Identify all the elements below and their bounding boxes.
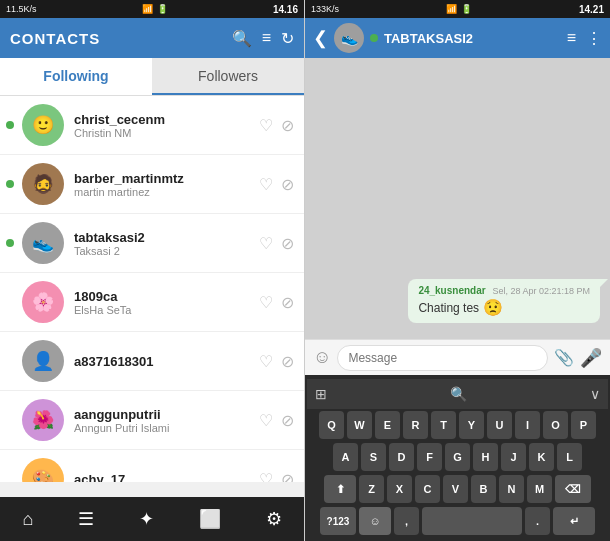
battery-icon: 🔋 xyxy=(157,4,168,14)
kb-key[interactable]: C xyxy=(415,475,440,503)
kb-key[interactable]: R xyxy=(403,411,428,439)
contact-info: achy_17 xyxy=(74,472,259,483)
online-dot xyxy=(6,239,14,247)
num-key[interactable]: ?123 xyxy=(320,507,356,535)
contact-avatar: 🙂 xyxy=(22,104,64,146)
bubble-message: Chating tes 😟 xyxy=(418,298,590,317)
contact-item[interactable]: 🌺 aanggunputrii Anngun Putri Islami ♡ ⊘ xyxy=(0,391,304,450)
refresh-icon[interactable]: ↻ xyxy=(281,29,294,48)
nav-home[interactable]: ⌂ xyxy=(12,504,43,535)
search-icon[interactable]: 🔍 xyxy=(232,29,252,48)
kb-key[interactable]: M xyxy=(527,475,552,503)
nav-menu[interactable]: ☰ xyxy=(68,503,104,535)
emoji-key[interactable]: ☺ xyxy=(359,507,391,535)
heart-icon[interactable]: ♡ xyxy=(259,234,273,253)
kb-key[interactable]: U xyxy=(487,411,512,439)
contact-info: 1809ca ElsHa SeTa xyxy=(74,289,259,316)
tab-following[interactable]: Following xyxy=(0,58,152,95)
signal-icon-right: 📶 xyxy=(446,4,457,14)
kb-key[interactable]: I xyxy=(515,411,540,439)
enter-key[interactable]: ↵ xyxy=(553,507,595,535)
contact-item[interactable]: 🙂 christ_cecenm Christin NM ♡ ⊘ xyxy=(0,96,304,155)
contact-item[interactable]: 👤 a8371618301 ♡ ⊘ xyxy=(0,332,304,391)
contact-info: aanggunputrii Anngun Putri Islami xyxy=(74,407,259,434)
chat-username: TABTAKSASI2 xyxy=(384,31,561,46)
kb-grid-icon[interactable]: ⊞ xyxy=(315,386,327,402)
menu-icon[interactable]: ≡ xyxy=(262,29,271,47)
comma-key[interactable]: , xyxy=(394,507,419,535)
contact-fullname: Taksasi 2 xyxy=(74,245,259,257)
kb-key[interactable]: B xyxy=(471,475,496,503)
heart-icon[interactable]: ♡ xyxy=(259,411,273,430)
block-icon[interactable]: ⊘ xyxy=(281,116,294,135)
contact-item[interactable]: 🧔 barber_martinmtz martin martinez ♡ ⊘ xyxy=(0,155,304,214)
block-icon[interactable]: ⊘ xyxy=(281,352,294,371)
kb-key[interactable]: E xyxy=(375,411,400,439)
attach-button[interactable]: 📎 xyxy=(554,348,574,367)
kb-key[interactable]: Z xyxy=(359,475,384,503)
heart-icon[interactable]: ♡ xyxy=(259,293,273,312)
block-icon[interactable]: ⊘ xyxy=(281,234,294,253)
kb-key[interactable]: N xyxy=(499,475,524,503)
block-icon[interactable]: ⊘ xyxy=(281,411,294,430)
contact-username: a8371618301 xyxy=(74,354,259,369)
contact-info: christ_cecenm Christin NM xyxy=(74,112,259,139)
kb-key[interactable]: P xyxy=(571,411,596,439)
contact-item[interactable]: 🌸 1809ca ElsHa SeTa ♡ ⊘ xyxy=(0,273,304,332)
contact-actions: ♡ ⊘ xyxy=(259,352,294,371)
shift-key[interactable]: ⬆ xyxy=(324,475,356,503)
mic-button[interactable]: 🎤 xyxy=(580,347,602,369)
right-panel: 133K/s 📶 🔋 14.21 ❮ 👟 TABTAKSASI2 ≡ ⋮ 24_… xyxy=(305,0,610,541)
kb-key[interactable]: H xyxy=(473,443,498,471)
contact-actions: ♡ ⊘ xyxy=(259,293,294,312)
message-input[interactable] xyxy=(337,345,548,371)
emoji-button[interactable]: ☺ xyxy=(313,347,331,368)
right-time: 14.21 xyxy=(579,4,604,15)
contact-username: achy_17 xyxy=(74,472,259,483)
kb-key[interactable]: S xyxy=(361,443,386,471)
bottom-nav: ⌂ ☰ ✦ ⬜ ⚙ xyxy=(0,497,304,541)
bubble-time: Sel, 28 Apr 02:21:18 PM xyxy=(492,286,590,296)
block-icon[interactable]: ⊘ xyxy=(281,470,294,483)
chat-menu-icon[interactable]: ≡ xyxy=(567,29,576,47)
kb-key[interactable]: X xyxy=(387,475,412,503)
contact-username: 1809ca xyxy=(74,289,259,304)
kb-key[interactable]: G xyxy=(445,443,470,471)
block-icon[interactable]: ⊘ xyxy=(281,175,294,194)
backspace-key[interactable]: ⌫ xyxy=(555,475,591,503)
back-button[interactable]: ❮ xyxy=(313,27,328,49)
kb-key[interactable]: W xyxy=(347,411,372,439)
kb-collapse-icon[interactable]: ∨ xyxy=(590,386,600,402)
heart-icon[interactable]: ♡ xyxy=(259,470,273,483)
kb-key[interactable]: O xyxy=(543,411,568,439)
app-header-left: CONTACTS 🔍 ≡ ↻ xyxy=(0,18,304,58)
kb-key[interactable]: L xyxy=(557,443,582,471)
kb-key[interactable]: T xyxy=(431,411,456,439)
kb-key[interactable]: A xyxy=(333,443,358,471)
kb-key[interactable]: Y xyxy=(459,411,484,439)
contact-actions: ♡ ⊘ xyxy=(259,175,294,194)
kb-key[interactable]: V xyxy=(443,475,468,503)
kb-key[interactable]: J xyxy=(501,443,526,471)
kb-key[interactable]: K xyxy=(529,443,554,471)
block-icon[interactable]: ⊘ xyxy=(281,293,294,312)
contact-item[interactable]: 👟 tabtaksasi2 Taksasi 2 ♡ ⊘ xyxy=(0,214,304,273)
space-key[interactable] xyxy=(422,507,522,535)
kb-key[interactable]: D xyxy=(389,443,414,471)
kb-key[interactable]: F xyxy=(417,443,442,471)
heart-icon[interactable]: ♡ xyxy=(259,175,273,194)
heart-icon[interactable]: ♡ xyxy=(259,116,273,135)
kb-key[interactable]: Q xyxy=(319,411,344,439)
period-key[interactable]: . xyxy=(525,507,550,535)
kb-search-icon[interactable]: 🔍 xyxy=(450,386,467,402)
header-icons-right: ≡ ⋮ xyxy=(567,29,602,48)
chat-more-icon[interactable]: ⋮ xyxy=(586,29,602,48)
tab-followers[interactable]: Followers xyxy=(152,58,304,95)
heart-icon[interactable]: ♡ xyxy=(259,352,273,371)
contact-item[interactable]: 🎨 achy_17 ♡ ⊘ xyxy=(0,450,304,482)
contact-list: 🙂 christ_cecenm Christin NM ♡ ⊘ 🧔 barber… xyxy=(0,96,304,482)
nav-settings[interactable]: ⚙ xyxy=(256,503,292,535)
online-indicator xyxy=(370,34,378,42)
nav-grid[interactable]: ⬜ xyxy=(189,503,231,535)
nav-star[interactable]: ✦ xyxy=(129,503,164,535)
